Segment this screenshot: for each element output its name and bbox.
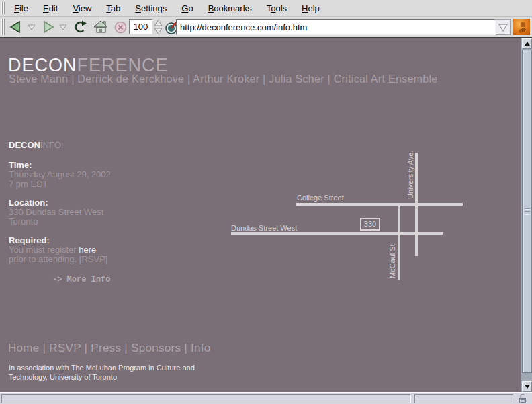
menu-tab[interactable]: Tab xyxy=(99,0,128,17)
scroll-up-icon xyxy=(525,42,530,46)
home-button[interactable] xyxy=(93,20,108,34)
college-street-line xyxy=(296,203,463,206)
mccaul-street-line xyxy=(398,203,400,280)
time-line-2: 7 pm EDT xyxy=(9,179,48,189)
info-heading: DECONINFO: xyxy=(9,140,64,150)
page-content: DECONFERENCE Steve Mann | Derrick de Ker… xyxy=(0,38,521,392)
university-ave-label: University Ave. xyxy=(406,150,414,199)
college-street-label: College Street xyxy=(297,194,344,202)
footer-link-home[interactable]: Home xyxy=(8,341,40,354)
scrollbar-thumb-grip xyxy=(525,208,530,215)
scroll-down-button[interactable] xyxy=(522,381,532,392)
menu-go[interactable]: Go xyxy=(174,0,200,17)
back-button[interactable] xyxy=(8,20,23,34)
menu-settings[interactable]: Settings xyxy=(128,0,174,17)
footer-nav: Home | RSVP | Press | Sponsors | Info xyxy=(8,341,211,355)
back-history-dropdown[interactable] xyxy=(27,24,36,31)
menu-view[interactable]: View xyxy=(65,0,99,17)
status-progress-area xyxy=(414,394,513,403)
nav-separator: | xyxy=(121,341,131,354)
speakers-line: Steve Mann | Derrick de Kerckhove | Arth… xyxy=(9,73,438,85)
more-info-link[interactable]: -> More Info xyxy=(52,275,110,284)
status-message-area xyxy=(1,394,411,403)
required-label: Required: xyxy=(9,235,50,245)
forward-history-dropdown[interactable] xyxy=(58,24,68,31)
association-line-2: Technology, University of Toronto xyxy=(9,373,117,381)
zoom-spinner[interactable]: 100 xyxy=(129,19,152,34)
menu-bookmarks[interactable]: Bookmarks xyxy=(201,0,259,17)
reload-button[interactable] xyxy=(73,20,87,34)
scroll-down-icon xyxy=(525,385,530,389)
url-input[interactable] xyxy=(176,19,496,35)
stop-button[interactable] xyxy=(114,21,127,34)
location-line-1: 330 Dundas Street West xyxy=(9,208,103,217)
security-indicator[interactable] xyxy=(517,393,528,404)
chevron-down-icon xyxy=(27,24,36,31)
page-title-secondary: FERENCE xyxy=(77,55,169,75)
reload-icon xyxy=(73,20,87,34)
chevron-down-icon xyxy=(58,24,68,31)
required-line-2: prior to attending. [RSVP] xyxy=(9,255,107,264)
home-icon xyxy=(93,20,108,34)
status-bar xyxy=(0,392,532,404)
forward-button[interactable] xyxy=(41,20,56,34)
location-label: Location: xyxy=(9,198,48,208)
toolbar-grip-handle[interactable] xyxy=(1,19,5,35)
university-ave-line xyxy=(415,153,418,256)
open-padlock-icon xyxy=(517,393,528,404)
browser-window: FileEditViewTabSettingsGoBookmarksToolsH… xyxy=(0,0,532,404)
back-icon xyxy=(8,20,23,34)
time-line-1: Thursday August 29, 2002 xyxy=(9,170,111,179)
menu-bar-items: FileEditViewTabSettingsGoBookmarksToolsH… xyxy=(7,0,327,17)
menu-bar: FileEditViewTabSettingsGoBookmarksToolsH… xyxy=(0,0,532,17)
register-here-link[interactable]: here xyxy=(79,245,96,255)
nav-separator: | xyxy=(181,341,191,354)
footer-link-press[interactable]: Press xyxy=(91,341,121,354)
throbber-icon xyxy=(513,19,530,35)
footer-link-info[interactable]: Info xyxy=(191,341,211,354)
spinner-up-down-icon xyxy=(153,19,163,34)
toolbar: 100 xyxy=(0,17,532,38)
info-heading-rest: INFO: xyxy=(40,140,64,150)
scrollbar-thumb[interactable] xyxy=(522,50,532,373)
info-heading-bold: DECON xyxy=(9,140,40,150)
footer-link-rsvp[interactable]: RSVP xyxy=(49,341,81,354)
scroll-up-button[interactable] xyxy=(522,38,532,49)
vertical-scrollbar[interactable] xyxy=(521,38,532,392)
map-330-marker: 330 xyxy=(360,218,380,231)
forward-icon xyxy=(41,20,56,34)
association-line-1: In association with The McLuhan Program … xyxy=(9,364,195,372)
footer-link-sponsors[interactable]: Sponsors xyxy=(131,341,181,354)
menu-help[interactable]: Help xyxy=(294,0,327,17)
menubar-grip-handle[interactable] xyxy=(1,2,5,14)
stop-icon xyxy=(114,21,127,34)
required-prefix: You must register xyxy=(9,245,79,255)
location-line-2: Toronto xyxy=(9,217,38,227)
mccaul-street-label: McCaul St. xyxy=(388,242,396,278)
url-dropdown-icon xyxy=(496,22,510,34)
nav-separator: | xyxy=(40,341,50,354)
time-label: Time: xyxy=(9,160,32,170)
page-title-primary: DECON xyxy=(8,55,77,75)
menu-file[interactable]: File xyxy=(7,0,36,17)
menu-edit[interactable]: Edit xyxy=(36,0,65,17)
dundas-street-line xyxy=(231,232,443,235)
zoom-spinner-arrows[interactable] xyxy=(153,19,163,34)
nav-separator: | xyxy=(81,341,91,354)
menu-tools[interactable]: Tools xyxy=(259,0,294,17)
url-dropdown-button[interactable] xyxy=(496,19,511,35)
dundas-street-label: Dundas Street West xyxy=(231,224,297,232)
required-line-1: You must register here xyxy=(9,245,96,255)
location-bar xyxy=(176,19,511,35)
